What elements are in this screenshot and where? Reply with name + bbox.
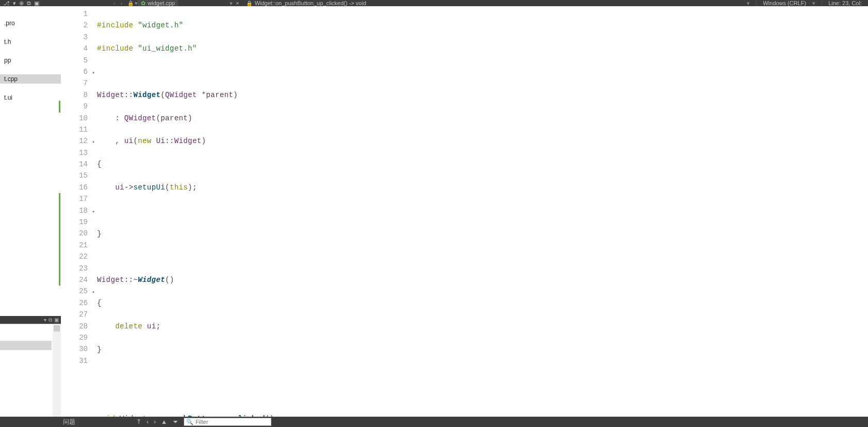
preprocessor: #include xyxy=(97,21,138,29)
change-marker xyxy=(59,101,60,112)
filter-funnel-icon[interactable]: ⏷ xyxy=(172,418,179,425)
line-number: 20 xyxy=(61,228,88,239)
main-area: .pro t.h pp t.cpp t.ui ▾ ⧉ ▣ 1 2 3 4 5 6… xyxy=(0,6,868,417)
search-icon: 🔍 xyxy=(186,419,194,425)
issues-label[interactable]: 问题 xyxy=(0,418,79,426)
symbol-dropdown-icon[interactable]: ▾ xyxy=(747,0,750,7)
tab-label: widget.cpp xyxy=(148,0,175,6)
title-tab-bar: ⎇ ▾ ⊕ ⧉ ▣ ‹ › 🔒 ▾ ✿ widget.cpp ▾ × 🔒 Wid… xyxy=(0,0,868,6)
destructor: Widget xyxy=(138,276,165,284)
panel-dropdown-icon[interactable]: ▾ xyxy=(44,317,46,323)
line-number: 19 xyxy=(61,216,88,228)
line-number: 25▾ xyxy=(61,286,88,297)
nav-back-button[interactable]: ‹ xyxy=(111,0,118,6)
line-number: 5 xyxy=(61,55,88,66)
line-number: 14 xyxy=(61,159,88,170)
line-number: 8 xyxy=(61,89,88,101)
issues-bar: 问题 ⤒ ‹ › ▲ ⏷ 🔍 xyxy=(0,417,868,427)
issues-filter-field[interactable]: 🔍 xyxy=(184,418,271,426)
qt-file-icon: ✿ xyxy=(141,0,146,7)
panel-more-icon[interactable]: ▣ xyxy=(54,317,59,323)
symbol-lock-icon: 🔒 xyxy=(246,1,252,6)
tree-item[interactable]: t.h xyxy=(0,37,61,46)
link-icon[interactable]: ⊕ xyxy=(16,0,24,7)
fold-toggle-icon[interactable]: ▾ xyxy=(92,137,95,148)
line-number: 23 xyxy=(61,263,88,274)
line-number: 12▾ xyxy=(61,135,88,147)
change-marker xyxy=(59,263,60,274)
tree-item[interactable]: pp xyxy=(0,56,61,65)
project-sidebar: .pro t.h pp t.cpp t.ui ▾ ⧉ ▣ xyxy=(0,6,61,417)
jump-icon[interactable]: ⤒ xyxy=(136,418,141,425)
editor-tab-widget-cpp[interactable]: ✿ widget.cpp xyxy=(138,0,178,6)
change-marker xyxy=(59,240,60,251)
split-icon[interactable]: ⧉ xyxy=(24,0,31,7)
lock-icon[interactable]: 🔒 xyxy=(127,1,134,6)
change-marker xyxy=(59,205,60,216)
outline-selection xyxy=(0,341,52,350)
line-number: 16 xyxy=(61,182,88,193)
nav-forward-button[interactable]: › xyxy=(119,0,125,6)
line-number: 1 xyxy=(61,8,88,20)
line-number: 21 xyxy=(61,240,88,251)
change-marker xyxy=(59,251,60,262)
line-number-gutter: 1 2 3 4 5 6▾ 7 8 9 10 11 12▾ 13 14 15 16… xyxy=(61,6,97,417)
change-marker xyxy=(59,228,60,239)
tree-item[interactable]: .pro xyxy=(0,19,61,28)
line-number: 15 xyxy=(61,170,88,181)
line-number: 13 xyxy=(61,147,88,159)
branch-icon[interactable]: ⎇ xyxy=(0,0,10,7)
line-number: 10 xyxy=(61,113,88,124)
function-name: on_pushButton_up_clicked xyxy=(156,415,265,417)
line-number: 17 xyxy=(61,193,88,204)
prev-issue-icon[interactable]: ‹ xyxy=(147,418,149,425)
line-number: 26 xyxy=(61,297,88,309)
line-number: 24 xyxy=(61,274,88,286)
line-number: 7 xyxy=(61,77,88,89)
line-number: 22 xyxy=(61,251,88,262)
filter-input[interactable] xyxy=(196,419,269,425)
include-path: "widget.h" xyxy=(138,21,183,29)
tab-close-icon[interactable]: × xyxy=(236,0,239,6)
project-tree[interactable]: .pro t.h pp t.cpp t.ui xyxy=(0,6,61,316)
vertical-scrollbar[interactable] xyxy=(53,324,61,417)
code-content[interactable]: #include "widget.h" #include "ui_widget.… xyxy=(97,6,868,417)
panel-split-icon[interactable]: ⧉ xyxy=(49,317,52,323)
symbol-locator[interactable]: 🔒 Widget::on_pushButton_up_clicked() -> … xyxy=(243,0,369,6)
change-marker xyxy=(59,193,60,204)
change-marker xyxy=(59,216,60,228)
line-number: 4 xyxy=(61,43,88,54)
scrollbar-thumb[interactable] xyxy=(54,325,60,331)
line-number: 9 xyxy=(61,101,88,112)
more-icon[interactable]: ▣ xyxy=(31,0,39,7)
tree-item[interactable]: t.ui xyxy=(0,93,61,102)
constructor: Widget xyxy=(133,91,160,99)
outline-panel-header: ▾ ⧉ ▣ xyxy=(0,316,61,324)
encoding-label[interactable]: Windows (CRLF) xyxy=(763,0,806,6)
fold-toggle-icon[interactable]: ▾ xyxy=(92,207,95,218)
line-number: 28 xyxy=(61,321,88,332)
filter-icon[interactable]: ▾ xyxy=(10,0,16,7)
cursor-position-label[interactable]: Line: 23, Col: xyxy=(828,0,862,6)
line-number: 27 xyxy=(61,309,88,320)
tab-dropdown-icon[interactable]: ▾ xyxy=(230,0,233,7)
line-number: 3 xyxy=(61,31,88,43)
outline-panel[interactable] xyxy=(0,324,61,417)
separator xyxy=(756,1,757,6)
tree-item-active[interactable]: t.cpp xyxy=(0,74,61,84)
line-number: 18▾ xyxy=(61,205,88,216)
change-marker xyxy=(59,274,60,286)
line-number: 30 xyxy=(61,343,88,355)
warning-icon[interactable]: ▲ xyxy=(161,418,167,425)
fold-toggle-icon[interactable]: ▾ xyxy=(92,287,95,298)
next-issue-icon[interactable]: › xyxy=(154,418,156,425)
line-number: 31 xyxy=(61,355,88,367)
encoding-dropdown-icon[interactable]: ▾ xyxy=(812,0,815,7)
fold-toggle-icon[interactable]: ▾ xyxy=(92,68,95,79)
line-number: 6▾ xyxy=(61,66,88,77)
include-path: "ui_widget.h" xyxy=(138,44,197,53)
code-editor[interactable]: 1 2 3 4 5 6▾ 7 8 9 10 11 12▾ 13 14 15 16… xyxy=(61,6,868,417)
class-name: Widget xyxy=(97,91,124,99)
line-number: 11 xyxy=(61,124,88,135)
symbol-text: Widget::on_pushButton_up_clicked() -> vo… xyxy=(254,0,366,6)
